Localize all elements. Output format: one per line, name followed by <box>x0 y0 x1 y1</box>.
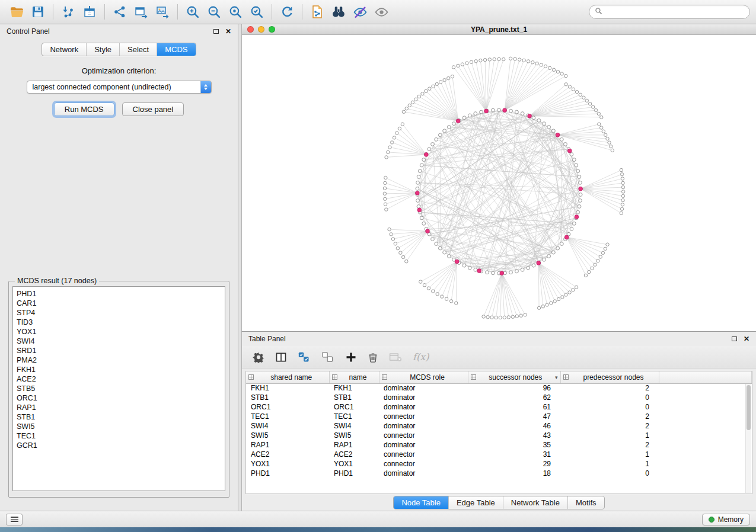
zoom-fit-icon[interactable] <box>225 2 246 21</box>
cell-shared_name[interactable]: YOX1 <box>246 459 329 469</box>
cell-name[interactable]: ORC1 <box>329 402 379 412</box>
cell-successors[interactable]: 18 <box>468 469 560 478</box>
cell-predecessors[interactable]: 2 <box>560 412 659 421</box>
cell-shared_name[interactable]: PHD1 <box>246 469 329 478</box>
cell-successors[interactable]: 31 <box>468 450 560 459</box>
cell-name[interactable]: ACE2 <box>329 450 379 459</box>
cell-shared_name[interactable]: STB1 <box>246 393 329 402</box>
table-row[interactable]: YOX1YOX1connector291 <box>246 459 752 469</box>
mcds-result-item[interactable]: TID3 <box>17 318 221 327</box>
deselect-all-icon[interactable] <box>321 350 334 365</box>
zoom-selected-icon[interactable] <box>246 2 267 21</box>
cell-predecessors[interactable]: 2 <box>560 421 659 431</box>
mcds-result-item[interactable]: TEC1 <box>17 431 221 441</box>
cell-predecessors[interactable]: 2 <box>560 383 659 393</box>
zoom-in-icon[interactable] <box>182 2 203 21</box>
cell-role[interactable]: dominator <box>379 383 468 393</box>
tab-network[interactable]: Network <box>42 43 86 56</box>
tab-motifs[interactable]: Motifs <box>567 496 604 509</box>
mcds-result-item[interactable]: PMA2 <box>17 355 221 365</box>
column-header-shared-name[interactable]: shared name <box>246 371 329 383</box>
cell-name[interactable]: YOX1 <box>329 459 379 469</box>
cell-role[interactable]: connector <box>379 431 468 440</box>
table-row[interactable]: SWI5SWI5connector431 <box>246 431 752 440</box>
import-table-icon[interactable] <box>79 2 100 21</box>
mcds-result-item[interactable]: PHD1 <box>17 289 221 299</box>
cell-predecessors[interactable]: 1 <box>560 431 659 440</box>
cell-shared_name[interactable]: RAP1 <box>246 440 329 450</box>
tab-node-table[interactable]: Node Table <box>394 496 448 509</box>
graphics-details-icon[interactable] <box>349 2 371 21</box>
cell-shared_name[interactable]: ORC1 <box>246 402 329 412</box>
float-table-panel-icon[interactable] <box>732 336 737 341</box>
export-image-icon[interactable] <box>152 2 173 21</box>
tab-style[interactable]: Style <box>86 43 119 56</box>
column-header-successor-nodes[interactable]: successor nodes▾ <box>468 371 560 383</box>
mcds-result-item[interactable]: SWI5 <box>17 422 221 431</box>
cell-name[interactable]: TEC1 <box>329 412 379 421</box>
mcds-result-item[interactable]: GCR1 <box>17 441 221 450</box>
cell-name[interactable]: STB1 <box>329 393 379 402</box>
minimize-window-icon[interactable] <box>258 26 264 33</box>
cell-role[interactable]: dominator <box>379 393 468 402</box>
import-network-icon[interactable] <box>58 2 79 21</box>
cell-role[interactable]: dominator <box>379 440 468 450</box>
table-row[interactable]: SWI4SWI4dominator462 <box>246 421 752 431</box>
column-header-name[interactable]: name <box>329 371 379 383</box>
refresh-icon[interactable] <box>276 2 298 21</box>
mcds-result-item[interactable]: YOX1 <box>17 327 221 336</box>
mcds-result-item[interactable]: ACE2 <box>17 374 221 384</box>
mcds-result-item[interactable]: STB1 <box>17 412 221 422</box>
column-header-predecessor-nodes[interactable]: predecessor nodes <box>560 371 659 383</box>
mcds-result-list[interactable]: PHD1CAR1STP4TID3YOX1SWI4SRD1PMA2FKH1ACE2… <box>12 286 225 491</box>
table-scrollbar-thumb[interactable] <box>747 385 751 430</box>
tab-network-table[interactable]: Network Table <box>503 496 567 509</box>
network-file-share-icon[interactable] <box>307 2 328 21</box>
mcds-result-item[interactable]: RAP1 <box>17 403 221 412</box>
cell-successors[interactable]: 62 <box>468 393 560 402</box>
table-row[interactable]: TEC1TEC1connector472 <box>246 412 752 421</box>
cell-role[interactable]: dominator <box>379 421 468 431</box>
mcds-result-item[interactable]: FKH1 <box>17 365 221 374</box>
export-network-icon[interactable] <box>109 2 130 21</box>
cell-role[interactable]: connector <box>379 412 468 421</box>
delete-row-icon[interactable] <box>368 350 378 365</box>
show-columns-icon[interactable] <box>275 350 287 365</box>
memory-button[interactable]: Memory <box>702 514 750 525</box>
cell-name[interactable]: SWI4 <box>329 421 379 431</box>
cell-shared_name[interactable]: FKH1 <box>246 383 329 393</box>
optimization-criterion-select[interactable]: largest connected component (undirected) <box>27 81 212 94</box>
mcds-result-item[interactable]: SRD1 <box>17 346 221 355</box>
table-row[interactable]: PHD1PHD1dominator180 <box>246 469 752 478</box>
cell-shared_name[interactable]: TEC1 <box>246 412 329 421</box>
close-panel-icon[interactable]: ✕ <box>225 28 231 35</box>
cell-name[interactable]: RAP1 <box>329 440 379 450</box>
status-menu-icon[interactable] <box>6 514 23 525</box>
close-panel-button[interactable]: Close panel <box>122 102 184 116</box>
cell-name[interactable]: PHD1 <box>329 469 379 478</box>
export-table-icon[interactable] <box>130 2 152 21</box>
network-canvas[interactable] <box>242 35 756 331</box>
sort-arrow-icon[interactable]: ▾ <box>555 374 558 380</box>
table-row[interactable]: ORC1ORC1dominator610 <box>246 402 752 412</box>
add-row-icon[interactable] <box>345 350 357 365</box>
cell-successors[interactable]: 29 <box>468 459 560 469</box>
cell-role[interactable]: connector <box>379 450 468 459</box>
cell-successors[interactable]: 61 <box>468 402 560 412</box>
table-row[interactable]: ACE2ACE2connector311 <box>246 450 752 459</box>
cell-successors[interactable]: 46 <box>468 421 560 431</box>
cell-predecessors[interactable]: 1 <box>560 450 659 459</box>
cell-role[interactable]: dominator <box>379 469 468 478</box>
open-folder-icon[interactable] <box>6 2 27 21</box>
cell-predecessors[interactable]: 0 <box>560 469 659 478</box>
cell-shared_name[interactable]: SWI5 <box>246 431 329 440</box>
table-row[interactable]: FKH1FKH1dominator962 <box>246 383 752 393</box>
mcds-result-item[interactable]: STB5 <box>17 384 221 393</box>
cell-predecessors[interactable]: 0 <box>560 402 659 412</box>
table-row[interactable]: STB1STB1dominator620 <box>246 393 752 402</box>
zoom-window-icon[interactable] <box>269 26 275 33</box>
cell-predecessors[interactable]: 1 <box>560 459 659 469</box>
run-mcds-button[interactable]: Run MCDS <box>54 102 114 116</box>
tab-edge-table[interactable]: Edge Table <box>448 496 503 509</box>
close-table-panel-icon[interactable]: ✕ <box>744 335 749 342</box>
